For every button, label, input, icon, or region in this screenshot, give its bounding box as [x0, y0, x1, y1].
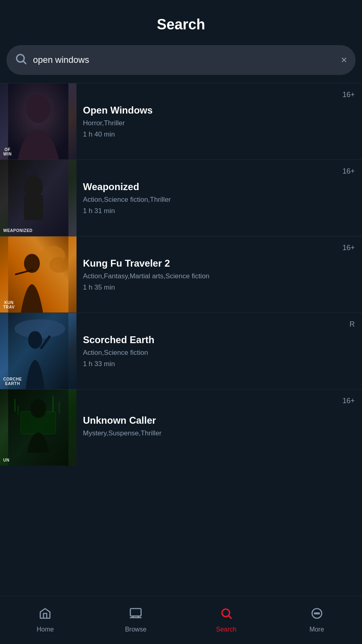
movie-thumbnail: KUNTRAV	[0, 236, 77, 313]
movie-genres: Horror,Thriller	[83, 119, 356, 127]
search-nav-icon	[220, 607, 233, 623]
movie-duration: 1 h 40 min	[83, 130, 356, 139]
svg-point-33	[318, 613, 319, 614]
nav-label-home: Home	[37, 626, 54, 633]
movie-rating: 16+	[342, 244, 355, 252]
list-item[interactable]: UN Unknown Caller Mystery,Suspense,Thril…	[0, 389, 362, 466]
search-icon	[14, 52, 27, 68]
svg-rect-24	[130, 609, 141, 616]
page-title: Search	[0, 0, 362, 41]
nav-item-browse[interactable]: Browse	[91, 603, 181, 637]
movie-info: Weaponized Action,Science fiction,Thrill…	[77, 160, 362, 236]
movie-rating: 16+	[342, 397, 355, 405]
movie-title: Weaponized	[83, 181, 356, 193]
search-clear-button[interactable]: ✕	[341, 55, 348, 65]
nav-label-more: More	[309, 626, 324, 633]
movie-rating: 16+	[342, 91, 355, 99]
movie-info: Open Windows Horror,Thriller 1 h 40 min	[77, 83, 362, 159]
movie-title: Scorched Earth	[83, 334, 356, 346]
bottom-navigation: Home Browse Search	[0, 596, 362, 644]
movie-genres: Action,Fantasy,Martial arts,Science fict…	[83, 272, 356, 280]
nav-label-browse: Browse	[125, 626, 146, 633]
movie-title: Kung Fu Traveler 2	[83, 258, 356, 269]
list-item[interactable]: KUNTRAV Kung Fu Traveler 2 Action,Fantas…	[0, 236, 362, 313]
list-item[interactable]: OFWIN Open Windows Horror,Thriller 1 h 4…	[0, 83, 362, 159]
movie-duration: 1 h 33 min	[83, 360, 356, 368]
search-bar[interactable]: ✕	[6, 45, 356, 75]
movie-duration: 1 h 35 min	[83, 284, 356, 292]
browse-icon	[129, 607, 142, 623]
movie-rating: 16+	[342, 167, 355, 176]
search-input[interactable]	[33, 55, 335, 65]
nav-item-home[interactable]: Home	[0, 603, 91, 637]
movie-thumbnail: CORCHEEARTH	[0, 313, 77, 389]
more-icon	[310, 607, 323, 623]
results-list: OFWIN Open Windows Horror,Thriller 1 h 4…	[0, 83, 362, 466]
movie-rating: R	[350, 320, 355, 329]
svg-line-1	[23, 61, 26, 64]
movie-duration: 1 h 31 min	[83, 207, 356, 215]
movie-info: Kung Fu Traveler 2 Action,Fantasy,Martia…	[77, 236, 362, 313]
svg-point-31	[314, 613, 316, 614]
nav-item-more[interactable]: More	[271, 603, 362, 637]
list-item[interactable]: CORCHEEARTH Scorched Earth Action,Scienc…	[0, 313, 362, 389]
movie-genres: Mystery,Suspense,Thriller	[83, 429, 356, 437]
movie-genres: Action,Science fiction	[83, 349, 356, 357]
nav-item-search[interactable]: Search	[181, 603, 272, 637]
list-item[interactable]: WEAPONIZED Weaponized Action,Science fic…	[0, 159, 362, 236]
svg-line-29	[229, 616, 231, 618]
movie-title: Open Windows	[83, 105, 356, 116]
nav-label-search: Search	[216, 626, 237, 633]
search-bar-container: ✕	[0, 41, 362, 83]
movie-thumbnail: UN	[0, 389, 77, 466]
home-icon	[39, 607, 52, 623]
movie-info: Scorched Earth Action,Science fiction 1 …	[77, 313, 362, 389]
movie-title: Unknown Caller	[83, 415, 356, 426]
movie-thumbnail: OFWIN	[0, 83, 77, 159]
movie-genres: Action,Science fiction,Thriller	[83, 196, 356, 204]
movie-thumbnail: WEAPONIZED	[0, 160, 77, 236]
svg-point-32	[316, 613, 317, 614]
movie-info: Unknown Caller Mystery,Suspense,Thriller	[77, 389, 362, 466]
